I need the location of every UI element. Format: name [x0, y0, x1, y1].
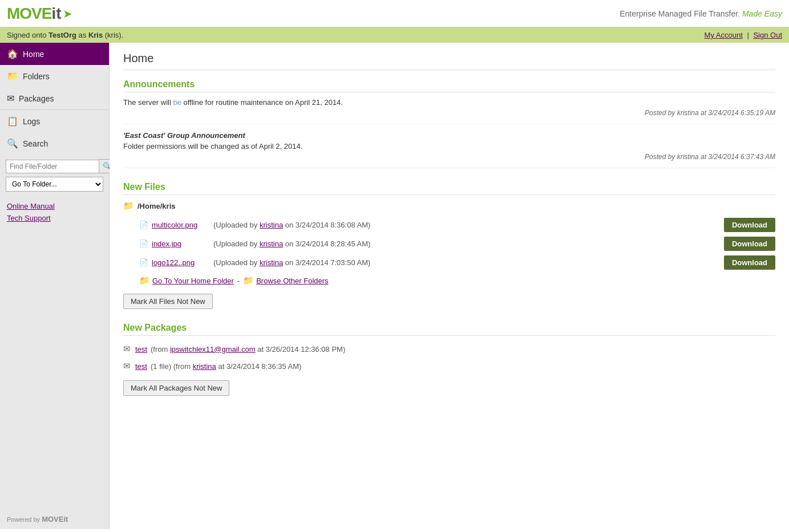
- file-uploader-2[interactable]: kristina: [260, 239, 283, 248]
- search-section: 🔍 Go To Folder...: [0, 155, 109, 196]
- folders-icon: 📁: [7, 71, 18, 82]
- account-links: My Account | Sign Out: [705, 31, 782, 39]
- announcements-title: Announcements: [123, 79, 775, 92]
- sidebar-item-home-label: Home: [23, 50, 44, 59]
- folder-path: /Home/kris: [137, 202, 175, 210]
- separator: |: [747, 31, 748, 39]
- sidebar-item-search[interactable]: 🔍 Search: [0, 132, 109, 155]
- be-word: be: [173, 98, 181, 107]
- new-packages-section: New Packages ✉ test (from ipswitchlex11@…: [123, 323, 775, 396]
- user-name: Kris: [88, 31, 103, 39]
- packages-icon: ✉: [7, 93, 14, 104]
- package-row-2: ✉ test (1 file) (from kristina at 3/24/2…: [123, 359, 775, 373]
- logo: MOVEit➤: [7, 5, 72, 23]
- tagline-main: Enterprise Managed File Transfer.: [620, 9, 740, 18]
- announcement-1: The server will be offline for routine m…: [123, 98, 775, 124]
- sidebar-links: Online Manual Tech Support: [0, 196, 109, 232]
- sidebar-item-logs-label: Logs: [23, 117, 40, 126]
- file-row-2: 📄 index.jpg (Uploaded by kristina on 3/2…: [123, 234, 775, 253]
- tagline-easy: Made Easy: [742, 9, 782, 18]
- download-button-2[interactable]: Download: [724, 237, 775, 251]
- new-files-section: New Files 📁 /Home/kris 📄 multicolor.png …: [123, 182, 775, 309]
- announcements-section: Announcements The server will be offline…: [123, 79, 775, 168]
- header: MOVEit➤ Enterprise Managed File Transfer…: [0, 0, 789, 27]
- file-icon-3: 📄: [139, 258, 148, 267]
- layout: 🏠 Home 📁 Folders ✉ Packages 📋 Logs 🔍 Sea…: [0, 43, 789, 529]
- announcement-2-body: Folder permissions will be changed as of…: [123, 142, 775, 151]
- main-content: Home Announcements The server will be of…: [110, 43, 789, 529]
- search-row: 🔍: [6, 159, 103, 173]
- new-packages-title: New Packages: [123, 323, 775, 336]
- announcement-2-posted: Posted by kristina at 3/24/2014 6:37:43 …: [123, 153, 775, 161]
- pkg-from-1[interactable]: ipswitchlex11@gmail.com: [170, 345, 256, 354]
- folder-header-icon: 📁: [123, 201, 134, 211]
- org-name: TestOrg: [48, 31, 76, 39]
- mark-all-files-button[interactable]: Mark All Files Not New: [123, 294, 213, 309]
- home-icon: 🏠: [7, 48, 18, 59]
- file-name-1[interactable]: multicolor.png: [152, 221, 209, 229]
- announcement-2-title: 'East Coast' Group Announcement: [123, 131, 775, 140]
- pkg-name-2[interactable]: test: [135, 362, 147, 371]
- as-text: as: [76, 31, 88, 39]
- file-meta-3: (Uploaded by kristina on 3/24/2014 7:03:…: [213, 258, 370, 267]
- online-manual-link[interactable]: Online Manual: [7, 202, 102, 210]
- pkg-name-1[interactable]: test: [135, 345, 147, 354]
- sidebar: 🏠 Home 📁 Folders ✉ Packages 📋 Logs 🔍 Sea…: [0, 43, 110, 529]
- file-name-3[interactable]: logo122..png: [152, 258, 209, 267]
- search-nav-icon: 🔍: [7, 138, 18, 149]
- file-meta-2: (Uploaded by kristina on 3/24/2014 8:28:…: [213, 239, 370, 248]
- file-uploader-3[interactable]: kristina: [260, 258, 283, 267]
- folder-actions-sep: -: [237, 277, 240, 285]
- user-paren: (kris).: [103, 31, 123, 39]
- go-home-folder-link[interactable]: Go To Your Home Folder: [152, 277, 234, 285]
- logs-icon: 📋: [7, 116, 18, 127]
- sidebar-item-logs[interactable]: 📋 Logs: [0, 109, 109, 132]
- signed-in-text: Signed onto TestOrg as Kris (kris).: [7, 31, 123, 39]
- header-tagline: Enterprise Managed File Transfer. Made E…: [620, 9, 782, 18]
- file-icon-1: 📄: [139, 221, 148, 229]
- sign-out-link[interactable]: Sign Out: [753, 31, 782, 39]
- signed-text: Signed onto: [7, 31, 48, 39]
- logo-arrow-icon: ➤: [63, 7, 72, 21]
- pkg-from-2[interactable]: kristina: [193, 362, 216, 371]
- announcement-1-body: The server will be offline for routine m…: [123, 98, 775, 107]
- sidebar-search-label: Search: [23, 139, 48, 148]
- sidebar-item-folders-label: Folders: [23, 72, 50, 81]
- file-name-2[interactable]: index.jpg: [152, 239, 209, 248]
- announcement-1-posted: Posted by kristina at 3/24/2014 6:35:19 …: [123, 109, 775, 117]
- sidebar-item-packages[interactable]: ✉ Packages: [0, 87, 109, 109]
- logo-move-text: MOVE: [7, 5, 51, 23]
- powered-by-text: Powered by: [7, 516, 40, 523]
- download-button-1[interactable]: Download: [724, 218, 775, 232]
- sidebar-item-home[interactable]: 🏠 Home: [0, 43, 109, 65]
- page-title: Home: [123, 52, 775, 70]
- browse-folders-link[interactable]: Browse Other Folders: [256, 277, 328, 285]
- announcement-2: 'East Coast' Group Announcement Folder p…: [123, 131, 775, 168]
- file-meta-1: (Uploaded by kristina on 3/24/2014 8:36:…: [213, 221, 370, 229]
- powered-by: Powered by MOVEit: [0, 509, 109, 529]
- powered-moveit-text: MOVEit: [42, 515, 68, 523]
- pkg-icon-2: ✉: [123, 361, 131, 371]
- sidebar-item-packages-label: Packages: [19, 94, 54, 103]
- pkg-meta-1: (from ipswitchlex11@gmail.com at 3/26/20…: [151, 345, 345, 354]
- go-home-folder-icon: 📁: [139, 275, 150, 286]
- status-bar: Signed onto TestOrg as Kris (kris). My A…: [0, 27, 789, 43]
- search-input[interactable]: [6, 160, 99, 173]
- mark-all-packages-button[interactable]: Mark All Packages Not New: [123, 380, 229, 396]
- package-row-1: ✉ test (from ipswitchlex11@gmail.com at …: [123, 342, 775, 356]
- download-button-3[interactable]: Download: [724, 255, 775, 270]
- pkg-meta-2: (1 file) (from kristina at 3/24/2014 8:3…: [151, 362, 301, 371]
- file-icon-2: 📄: [139, 239, 148, 248]
- my-account-link[interactable]: My Account: [705, 31, 743, 39]
- browse-folders-icon: 📁: [243, 275, 254, 286]
- folder-actions: 📁 Go To Your Home Folder - 📁 Browse Othe…: [123, 272, 775, 289]
- folder-select[interactable]: Go To Folder...: [6, 177, 103, 192]
- tech-support-link[interactable]: Tech Support: [7, 214, 102, 222]
- new-files-title: New Files: [123, 182, 775, 195]
- folder-header: 📁 /Home/kris: [123, 201, 775, 211]
- logo-it-text: it: [51, 5, 61, 23]
- file-uploader-1[interactable]: kristina: [260, 221, 283, 229]
- sidebar-item-folders[interactable]: 📁 Folders: [0, 65, 109, 87]
- file-row-1: 📄 multicolor.png (Uploaded by kristina o…: [123, 216, 775, 234]
- pkg-icon-1: ✉: [123, 344, 131, 354]
